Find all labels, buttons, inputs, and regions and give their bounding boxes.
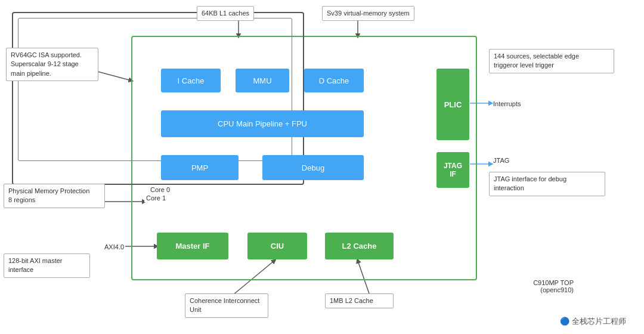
plic-sources-annotation: 144 sources, selectable edge triggeror l…: [489, 49, 614, 73]
master-if-block: Master IF: [157, 233, 228, 259]
dcache-block: D Cache: [304, 69, 364, 92]
c910-line2: (openc910): [533, 286, 574, 293]
axi40-label: AXI4.0: [104, 243, 124, 250]
c910-label: C910MP TOP (openc910): [533, 279, 574, 293]
pmp-regions-annotation: Physical Memory Protection 8 regions: [4, 184, 105, 208]
sv39-annotation: Sv39 virtual-memory system: [322, 6, 414, 21]
jtag-label: JTAG: [493, 157, 509, 164]
watermark-text: 🔵 全栈芯片工程师: [560, 316, 626, 327]
core1-label: Core 1: [144, 194, 168, 202]
c910-line1: C910MP TOP: [533, 279, 574, 286]
l2cache-block: L2 Cache: [325, 233, 394, 259]
plic-block: PLIC: [436, 69, 469, 140]
jtag-debug-annotation: JTAG interface for debug interaction: [489, 172, 605, 196]
icache-block: I Cache: [161, 69, 221, 92]
pmp-block: PMP: [161, 155, 239, 180]
l1caches-annotation: 64KB L1 caches: [197, 6, 254, 21]
rv64gc-annotation: RV64GC ISA supported. Superscalar 9-12 s…: [6, 48, 98, 81]
coherence-text: Coherence Interconnect Unit: [190, 297, 259, 313]
interrupts-label: Interrupts: [493, 100, 521, 107]
ciu-block: CIU: [247, 233, 307, 259]
watermark: 🔵 全栈芯片工程师: [560, 316, 626, 327]
plic-sources-text: 144 sources, selectable edge triggeror l…: [494, 52, 579, 69]
l2cache-note-annotation: 1MB L2 Cache: [325, 293, 394, 308]
debug-block: Debug: [262, 155, 364, 180]
core0-label: Core 0: [150, 186, 170, 193]
coherence-annotation: Coherence Interconnect Unit: [185, 293, 268, 318]
axi-master-annotation: 128-bit AXI master interface: [4, 253, 90, 278]
cpu-pipeline-block: CPU Main Pipeline + FPU: [161, 110, 364, 137]
rv64gc-text: RV64GC ISA supported. Superscalar 9-12 s…: [11, 51, 82, 77]
mmu-block: MMU: [236, 69, 289, 92]
jtag-if-block: JTAG IF: [436, 152, 469, 188]
axi-master-text: 128-bit AXI master interface: [8, 257, 63, 273]
jtag-debug-text: JTAG interface for debug interaction: [494, 175, 566, 191]
pmp-regions-text: Physical Memory Protection 8 regions: [8, 187, 89, 203]
